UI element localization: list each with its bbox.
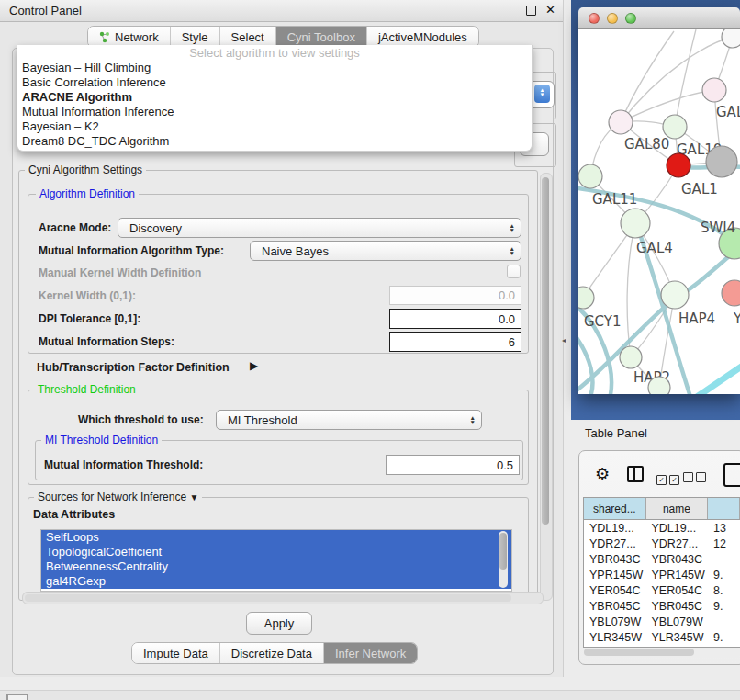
- new-table-icon[interactable]: [723, 463, 740, 487]
- algorithm-dropdown-items: Bayesian – Hill ClimbingBasic Correlatio…: [17, 61, 532, 149]
- algorithm-option-bayesian-hill-climbing[interactable]: Bayesian – Hill Climbing: [17, 61, 532, 75]
- table-cell: YBR043C: [645, 553, 707, 566]
- float-window-icon[interactable]: [526, 6, 536, 16]
- column-header-shared[interactable]: shared...: [584, 498, 646, 519]
- minimize-traffic-icon[interactable]: [607, 13, 618, 24]
- tab-label: Style: [182, 30, 208, 44]
- attributes-list-scrollbar[interactable]: [499, 531, 508, 588]
- table-row[interactable]: YPR145WYPR145W9.: [584, 567, 740, 582]
- algorithm-option-basic-correlation-inference[interactable]: Basic Correlation Inference: [17, 75, 532, 90]
- network-node-hap2[interactable]: [620, 346, 642, 368]
- algorithm-option-aracne-algorithm[interactable]: ARACNE Algorithm: [17, 90, 532, 105]
- data-attributes-list[interactable]: SelfLoopsTopologicalCoefficientBetweenne…: [40, 529, 512, 592]
- table-row[interactable]: YLR345WYLR345W9.: [584, 629, 740, 645]
- network-node-y[interactable]: [722, 280, 740, 306]
- network-node[interactable]: [648, 377, 670, 394]
- network-node-gcy1[interactable]: [578, 287, 594, 309]
- tab-network[interactable]: Network: [88, 27, 170, 47]
- dpi-tolerance-value: 0.0: [499, 312, 515, 326]
- kernel-width-value: 0.0: [499, 288, 515, 302]
- tab-label: Discretize Data: [231, 647, 312, 660]
- sources-title-wrap[interactable]: Sources for Network Inference ▼: [34, 491, 202, 503]
- network-window-titlebar[interactable]: [578, 7, 740, 29]
- zoom-traffic-icon[interactable]: [625, 13, 636, 24]
- table-row[interactable]: YDR27...YDR27...12: [584, 536, 740, 551]
- column-header-name[interactable]: name: [646, 498, 709, 519]
- network-node-gal1[interactable]: [667, 153, 690, 177]
- tab-cyni-toolbox[interactable]: Cyni Toolbox: [275, 27, 366, 47]
- table-row[interactable]: YDL19...YDL19...13: [584, 520, 740, 536]
- network-node-gal4[interactable]: [621, 209, 650, 238]
- network-node-gal11[interactable]: [578, 164, 602, 188]
- mi-type-combo[interactable]: Naive Bayes ▲▼: [250, 241, 521, 261]
- attribute-item-betweennesscentrality[interactable]: BetweennessCentrality: [41, 559, 511, 574]
- mi-steps-value: 6: [509, 335, 515, 349]
- tab-impute-data[interactable]: Impute Data: [132, 643, 219, 663]
- panel-resize-handle[interactable]: ◂: [562, 336, 566, 344]
- table-row[interactable]: YBL079WYBL079W: [584, 614, 740, 629]
- kernel-width-field[interactable]: 0.0: [389, 286, 521, 305]
- columns-icon[interactable]: [627, 466, 644, 482]
- table-cell: YBR045C: [584, 600, 645, 613]
- table-row[interactable]: YBR045CYBR045C9.: [584, 598, 740, 614]
- which-threshold-combo[interactable]: MI Threshold ▲▼: [216, 410, 482, 430]
- settings-scrollbar[interactable]: [540, 173, 553, 601]
- network-node-label: GAL11: [592, 191, 637, 208]
- table-hscrollbar[interactable]: [583, 648, 740, 657]
- control-panel-titlebar[interactable]: Control Panel ✕: [0, 0, 563, 22]
- apply-button[interactable]: Apply: [246, 612, 312, 635]
- control-panel-title: Control Panel: [0, 4, 82, 17]
- mi-steps-field[interactable]: 6: [389, 332, 521, 352]
- network-node-label: GCY1: [584, 313, 622, 330]
- aracne-mode-combo[interactable]: Discovery ▲▼: [118, 218, 521, 238]
- network-node-gal[interactable]: [702, 78, 726, 102]
- table-cell: YDL19...: [584, 522, 645, 535]
- network-node-hap4[interactable]: [661, 281, 689, 309]
- algorithm-option-mutual-information-inference[interactable]: Mutual Information Inference: [17, 105, 532, 119]
- table-cell: YLR345W: [584, 631, 645, 644]
- network-canvas[interactable]: GALGAL80GAL10GAL1GAL11GAL4SWI4GCY1HAP4YH…: [578, 29, 740, 394]
- manual-kernel-checkbox[interactable]: [507, 265, 521, 278]
- attribute-item-topologicalcoefficient[interactable]: TopologicalCoefficient: [41, 545, 511, 559]
- tab-style[interactable]: Style: [170, 27, 219, 47]
- combo-arrows-icon: ▲▼: [510, 223, 515, 232]
- algorithm-option-dream8-dc-tdc-algorithm[interactable]: Dream8 DC_TDC Algorithm: [17, 134, 532, 149]
- table-cell: 9.: [708, 569, 740, 581]
- settings-hscrollbar[interactable]: [22, 592, 544, 604]
- attribute-item-gal4rgexp[interactable]: gal4RGexp: [41, 574, 511, 589]
- tab-jactivemnodules[interactable]: jActiveMNodules: [366, 27, 478, 47]
- table-panel-title: Table Panel: [585, 426, 647, 440]
- minimized-panel-icon[interactable]: [6, 694, 28, 700]
- combo-arrows-icon: ▲▼: [470, 415, 476, 424]
- network-node-gal80[interactable]: [609, 110, 633, 134]
- network-node-label: GAL80: [624, 136, 669, 152]
- mi-threshold-field[interactable]: 0.5: [386, 455, 520, 475]
- threshold-definition-title: Threshold Definition: [34, 383, 140, 396]
- network-node-gal10[interactable]: [663, 115, 687, 139]
- node-table[interactable]: shared...name YDL19...YDL19...13YDR27...…: [583, 497, 740, 648]
- network-node[interactable]: [706, 146, 737, 177]
- sources-title: Sources for Network Inference: [38, 491, 186, 503]
- tab-select[interactable]: Select: [219, 27, 275, 47]
- table-body: YDL19...YDL19...13YDR27...YDR27...12YBR0…: [584, 520, 740, 648]
- tab-label: Cyni Toolbox: [287, 30, 355, 44]
- column-header-partial[interactable]: [708, 498, 740, 519]
- hub-definition-label[interactable]: Hub/Transcription Factor Definition: [37, 361, 230, 374]
- select-all-checks-icon[interactable]: ✓✓: [656, 469, 682, 486]
- network-node[interactable]: [722, 29, 740, 48]
- dpi-tolerance-field[interactable]: 0.0: [389, 309, 521, 329]
- table-row[interactable]: YER054CYER054C8.: [584, 582, 740, 598]
- network-node-label: HAP4: [678, 310, 715, 327]
- table-row[interactable]: YBR043CYBR043C: [584, 551, 740, 567]
- expand-right-icon[interactable]: ▶: [250, 359, 258, 372]
- gear-icon[interactable]: ⚙: [595, 464, 610, 484]
- table-cell: YBL079W: [584, 615, 645, 628]
- network-view-window[interactable]: GALGAL80GAL10GAL1GAL11GAL4SWI4GCY1HAP4YH…: [578, 7, 740, 394]
- tab-infer-network[interactable]: Infer Network: [323, 643, 417, 663]
- tab-discretize-data[interactable]: Discretize Data: [219, 643, 323, 663]
- algorithm-option-bayesian-k2[interactable]: Bayesian – K2: [17, 119, 532, 134]
- deselect-all-checks-icon[interactable]: [683, 469, 709, 486]
- attribute-item-selfloops[interactable]: SelfLoops: [41, 530, 511, 545]
- close-icon[interactable]: ✕: [545, 3, 555, 17]
- close-traffic-icon[interactable]: [589, 13, 600, 24]
